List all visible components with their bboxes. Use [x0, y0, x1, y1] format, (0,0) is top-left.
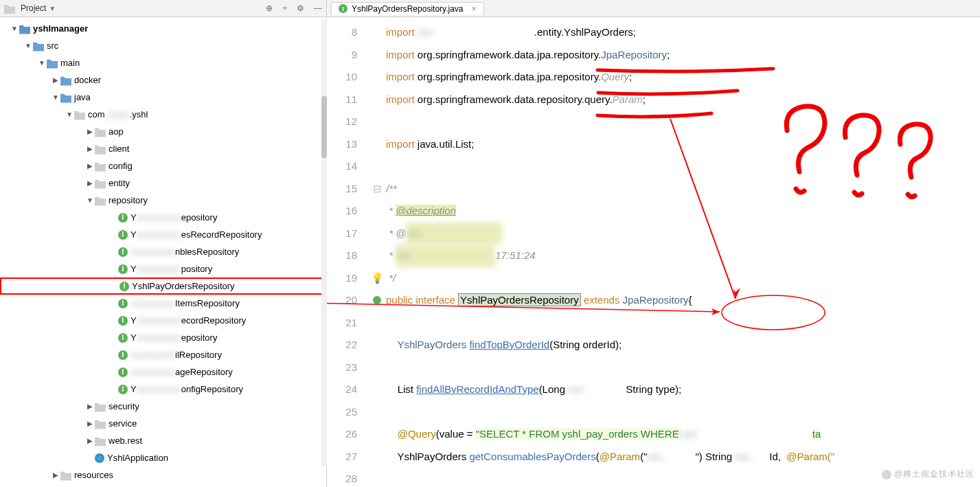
gear-icon[interactable]: ⚙ [297, 3, 304, 13]
folder-icon [95, 418, 106, 429]
interface-icon: I [118, 385, 128, 394]
interface-icon: I [118, 299, 128, 308]
folder-icon [33, 41, 44, 52]
interface-icon: I [339, 4, 347, 13]
interface-icon: I [118, 350, 128, 360]
tree-node[interactable]: ▼java [0, 89, 326, 106]
tree-node[interactable]: ▶IxxxxxxxxxxilRepository [0, 346, 326, 363]
folder-icon [95, 126, 106, 137]
tree-node[interactable]: ▶IYxxxxxxxxxxpository [0, 260, 326, 278]
tree-node[interactable]: ▶resources [0, 466, 326, 484]
close-icon[interactable]: × [472, 4, 477, 14]
tree-node[interactable]: ▶IYxxxxxxxxxxepository [0, 329, 326, 346]
interface-icon: I [119, 282, 129, 291]
line-gutter: 8910111213141516171819202122232425262728 [327, 17, 368, 487]
collapse-icon[interactable]: — [314, 3, 322, 13]
interface-icon: I [118, 264, 128, 274]
tree-node[interactable]: ▶IYxxxxxxxxxxecordRepository [0, 312, 326, 329]
folder-icon [95, 195, 106, 206]
tree-node[interactable]: ▼main [0, 54, 326, 71]
folder-icon [95, 161, 106, 172]
tree-node[interactable]: ▶service [0, 415, 326, 432]
folder-icon [74, 109, 85, 120]
interface-icon: I [118, 316, 128, 326]
tab-file[interactable]: I YshlPayOrdersRepository.java × [331, 2, 484, 15]
project-panel-header: Project ▼ ⊕ ÷ ⚙ — [0, 0, 327, 16]
watermark-icon [882, 470, 891, 479]
main-split: ▼yshlmanager▼src▼main▶docker▼java▼com.xx… [0, 17, 980, 487]
folder-icon [95, 401, 106, 412]
tree-node[interactable]: ▶IYxxxxxxxxxxesRecordRepository [0, 226, 326, 243]
tree-node[interactable]: ▶IxxxxxxxxxxnblesRepository [0, 243, 326, 260]
code-area[interactable]: import xxx.entity.YshlPayOrders;import o… [386, 17, 980, 487]
interface-icon: I [118, 247, 128, 257]
folder-icon [95, 178, 106, 189]
gutter-icons: ⊟💡 [368, 17, 386, 487]
interface-icon: I [118, 333, 128, 343]
folder-icon [95, 435, 106, 446]
chevron-down-icon[interactable]: ▼ [49, 5, 56, 12]
tree-node[interactable]: ▶client [0, 140, 326, 157]
tree-node[interactable]: ▶YshlApplication [0, 449, 326, 466]
tree-node[interactable]: ▶entity [0, 174, 326, 192]
folder-icon [60, 92, 71, 103]
folder-icon [19, 23, 30, 34]
folder-icon [60, 75, 71, 86]
watermark: @稀土掘金技术社区 [882, 468, 975, 480]
tree-node[interactable]: ▶config [0, 157, 326, 174]
tree-node[interactable]: ▼repository [0, 192, 326, 209]
interface-icon: I [118, 367, 128, 377]
folder-icon [95, 144, 106, 155]
tree-node[interactable]: ▼com.xxxxx.yshl [0, 106, 326, 123]
folder-icon [60, 470, 71, 481]
tree-node[interactable]: ▶docker [0, 71, 326, 89]
folder-icon [4, 3, 15, 14]
tree-node[interactable]: ▶security [0, 398, 326, 415]
tree-node[interactable]: ▶IYxxxxxxxxxxonfigRepository [0, 381, 326, 398]
tree-node[interactable]: ▶web.rest [0, 432, 326, 449]
tree-node[interactable]: ▼yshlmanager [0, 20, 326, 37]
tree-node[interactable]: ▶IYshlPayOrdersRepository [0, 278, 326, 295]
interface-icon: I [118, 213, 128, 223]
code-editor[interactable]: 8910111213141516171819202122232425262728… [327, 17, 980, 487]
sidebar-scroll-thumb[interactable] [321, 96, 327, 158]
tree-node[interactable]: ▶IYxxxxxxxxxxepository [0, 209, 326, 226]
project-label[interactable]: Project [21, 3, 46, 13]
tree-node[interactable]: ▶IxxxxxxxxxxItemsRepository [0, 295, 326, 312]
tree-node[interactable]: ▼src [0, 37, 326, 54]
folder-icon [47, 58, 58, 69]
folder-icon [95, 453, 104, 463]
top-bar: Project ▼ ⊕ ÷ ⚙ — I YshlPayOrdersReposit… [0, 0, 980, 17]
target-icon[interactable]: ⊕ [266, 3, 273, 13]
tree-node[interactable]: ▶IxxxxxxxxxxageRepository [0, 363, 326, 381]
tab-filename: YshlPayOrdersRepository.java [352, 4, 464, 14]
sidebar-scroll-track[interactable] [321, 19, 327, 466]
tree-node[interactable]: ▶aop [0, 123, 326, 140]
editor-tabs: I YshlPayOrdersRepository.java × [327, 0, 484, 16]
divide-icon[interactable]: ÷ [282, 3, 287, 13]
project-tree[interactable]: ▼yshlmanager▼src▼main▶docker▼java▼com.xx… [0, 17, 327, 487]
watermark-text: @稀土掘金技术社区 [894, 468, 975, 480]
interface-icon: I [118, 230, 128, 240]
